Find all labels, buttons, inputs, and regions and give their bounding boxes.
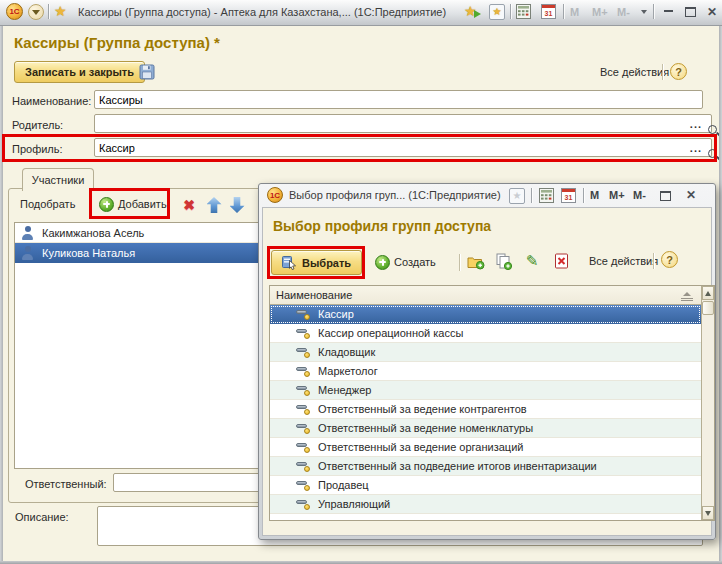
memory-m-button[interactable]: M (590, 189, 599, 201)
titlebar-separator (48, 4, 49, 19)
dialog-close-button[interactable]: ✕ (683, 188, 699, 202)
create-button[interactable]: Создать (371, 252, 440, 272)
pick-members-button[interactable]: Подобрать (16, 194, 79, 214)
profile-row[interactable]: Менеджер (270, 381, 701, 400)
description-field-label: Описание: (15, 511, 69, 523)
profile-field: ... (94, 138, 712, 157)
profile-row[interactable]: Управляющий (270, 495, 701, 514)
profile-choose-button[interactable]: ... (686, 142, 706, 154)
profile-item-icon (296, 480, 310, 491)
profile-row[interactable]: Ответственный за подведение итогов инвен… (270, 457, 701, 476)
titlebar-more-chevron-icon[interactable] (641, 6, 647, 17)
tab-members[interactable]: Участники (22, 168, 94, 191)
profile-row[interactable]: Ответственный за ведение номенклатуры (270, 419, 701, 438)
member-name: Какимжанова Асель (42, 227, 144, 239)
scrollbar-thumb[interactable] (702, 301, 714, 315)
minimize-button[interactable] (660, 3, 676, 12)
calculator-icon[interactable] (539, 188, 554, 203)
profiles-table-body: КассирКассир операционной кассыКладовщик… (270, 305, 701, 520)
add-plus-icon (99, 197, 114, 212)
dialog-heading: Выбор профиля групп доступа (273, 218, 491, 234)
profile-item-icon (296, 442, 310, 453)
parent-field-label: Родитель: (12, 119, 63, 131)
profile-name: Ответственный за ведение контрагентов (318, 403, 527, 415)
scroll-down-button[interactable] (702, 506, 714, 520)
profile-select-dialog: Выбор профиля груп... (1С:Предприятие) ★… (258, 183, 716, 540)
profile-name: Ответственный за подведение итогов инвен… (318, 460, 597, 472)
toolbar-separator (662, 64, 663, 80)
member-row[interactable]: Куликова Наталья (15, 243, 259, 263)
dialog-maximize-button[interactable] (657, 191, 673, 201)
memory-m-minus-button[interactable]: M- (633, 189, 646, 201)
person-icon (21, 226, 34, 240)
memory-m-minus-button[interactable]: M- (617, 6, 630, 18)
triangle-up-icon (705, 288, 711, 296)
profile-row[interactable]: Продавец (270, 476, 701, 495)
members-list: Какимжанова АсельКуликова Наталья (14, 222, 260, 469)
save-and-close-button[interactable]: Записать и закрыть (14, 61, 145, 83)
memory-m-plus-button[interactable]: M+ (609, 189, 625, 201)
move-down-icon[interactable] (227, 195, 247, 215)
move-up-icon[interactable] (204, 195, 224, 215)
profile-item-icon (296, 385, 310, 396)
parent-field: ... (94, 114, 712, 133)
select-button[interactable]: Выбрать (271, 250, 362, 275)
dialog-all-actions-button[interactable]: Все действия (589, 255, 669, 267)
memory-m-button[interactable]: M (570, 6, 579, 18)
calendar-icon[interactable]: 31 (541, 4, 556, 19)
profile-name: Кассир (318, 308, 354, 320)
form-title: Кассиры (Группа доступа) * (14, 34, 220, 51)
edit-pencil-icon[interactable] (522, 251, 542, 271)
main-window: ★ Кассиры (Группа доступа) - Аптека для … (0, 0, 722, 564)
calculator-icon[interactable] (516, 4, 531, 19)
profile-row[interactable]: Кассир (270, 305, 701, 324)
delete-item-icon[interactable] (551, 251, 571, 271)
help-button[interactable]: ? (670, 63, 687, 80)
profile-row[interactable]: Кассир операционной кассы (270, 324, 701, 343)
close-button[interactable]: ✕ (704, 5, 720, 19)
memory-m-plus-button[interactable]: M+ (592, 6, 608, 18)
1c-logo-icon (6, 3, 23, 20)
column-header-name[interactable]: Наименование (270, 286, 701, 305)
system-menu-button[interactable] (28, 4, 44, 20)
responsible-field-label: Ответственный: (25, 478, 107, 490)
profile-field-label: Профиль: (12, 143, 63, 155)
create-group-icon[interactable] (466, 252, 486, 272)
profile-item-icon (296, 461, 310, 472)
member-row[interactable]: Какимжанова Асель (15, 223, 259, 243)
maximize-button[interactable] (682, 7, 698, 17)
window-title: Кассиры (Группа доступа) - Аптека для Ка… (78, 6, 446, 18)
titlebar-separator (653, 4, 654, 19)
profile-row[interactable]: Кладовщик (270, 343, 701, 362)
favorites-star-icon[interactable]: ★ (54, 4, 67, 18)
1c-logo-icon (267, 187, 283, 203)
add-to-favorites-icon[interactable]: ★ (464, 4, 477, 18)
all-actions-button[interactable]: Все действия (600, 66, 680, 78)
name-input[interactable] (94, 90, 703, 109)
profile-row[interactable]: Маркетолог (270, 362, 701, 381)
dialog-title: Выбор профиля груп... (1С:Предприятие) (289, 189, 501, 201)
show-favorites-icon[interactable]: ★ (509, 188, 525, 204)
profile-input[interactable] (95, 142, 686, 154)
profile-item-icon (296, 309, 310, 320)
profile-row[interactable]: Ответственный за ведение организаций (270, 438, 701, 457)
dialog-help-button[interactable]: ? (661, 251, 678, 268)
chevron-down-icon (28, 4, 44, 20)
show-favorites-icon[interactable]: ★ (489, 4, 505, 20)
delete-member-icon[interactable]: ✖ (179, 195, 199, 215)
window-frame-left (0, 25, 3, 564)
profile-name: Менеджер (318, 384, 371, 396)
vertical-scrollbar[interactable] (701, 286, 714, 520)
parent-input[interactable] (95, 118, 686, 130)
scroll-up-button[interactable] (702, 286, 714, 300)
calendar-icon[interactable]: 31 (561, 188, 576, 203)
save-icon[interactable] (137, 62, 157, 82)
add-member-button[interactable]: Добавить (95, 194, 171, 214)
profile-item-icon (296, 347, 310, 358)
profile-name: Управляющий (318, 498, 390, 510)
profile-name: Ответственный за ведение организаций (318, 441, 523, 453)
parent-choose-button[interactable]: ... (686, 118, 706, 130)
copy-item-icon[interactable] (494, 251, 514, 271)
toolbar-separator (459, 254, 460, 271)
profile-row[interactable]: Ответственный за ведение контрагентов (270, 400, 701, 419)
